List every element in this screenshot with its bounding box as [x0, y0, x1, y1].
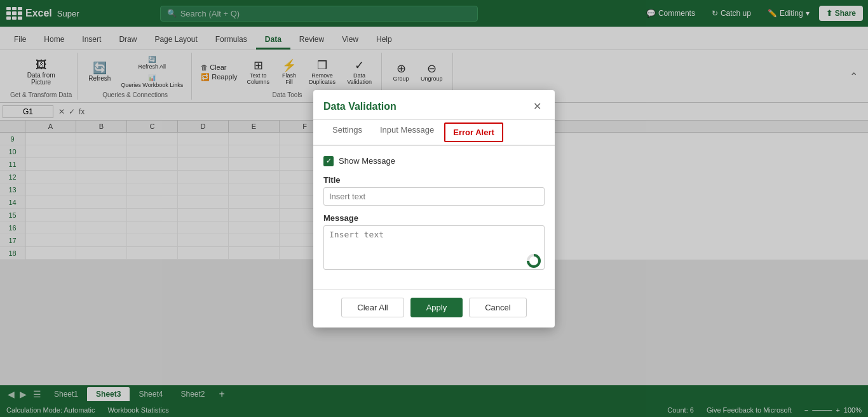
title-field-input[interactable] — [323, 187, 545, 206]
message-form-group: Message — [323, 213, 545, 272]
modal-tab-input-message[interactable]: Input Message — [371, 120, 443, 146]
data-validation-modal: Data Validation ✕ Settings Input Message… — [313, 90, 555, 328]
show-message-label: Show Message — [339, 156, 395, 166]
message-field-label: Message — [323, 213, 545, 223]
modal-close-button[interactable]: ✕ — [529, 99, 545, 114]
modal-tab-error-alert[interactable]: Error Alert — [444, 122, 503, 142]
title-form-group: Title — [323, 175, 545, 206]
textarea-progress-indicator — [527, 254, 541, 268]
modal-tabs: Settings Input Message Error Alert — [313, 120, 555, 146]
modal-body: ✓ Show Message Title Message — [313, 146, 555, 289]
modal-tab-settings[interactable]: Settings — [323, 120, 371, 146]
modal-footer: Clear All Apply Cancel — [313, 289, 555, 328]
modal-title: Data Validation — [323, 101, 397, 112]
apply-button[interactable]: Apply — [410, 298, 463, 317]
cancel-button[interactable]: Cancel — [469, 298, 526, 317]
message-field-textarea[interactable] — [323, 225, 545, 270]
modal-overlay[interactable]: Data Validation ✕ Settings Input Message… — [0, 0, 868, 417]
modal-header: Data Validation ✕ — [313, 90, 555, 120]
message-textarea-wrapper — [323, 225, 545, 272]
title-field-label: Title — [323, 175, 545, 185]
clear-all-button[interactable]: Clear All — [341, 298, 403, 317]
show-message-checkbox[interactable]: ✓ — [323, 156, 334, 166]
show-message-row: ✓ Show Message — [323, 156, 545, 166]
textarea-indicator-inner — [529, 256, 538, 265]
